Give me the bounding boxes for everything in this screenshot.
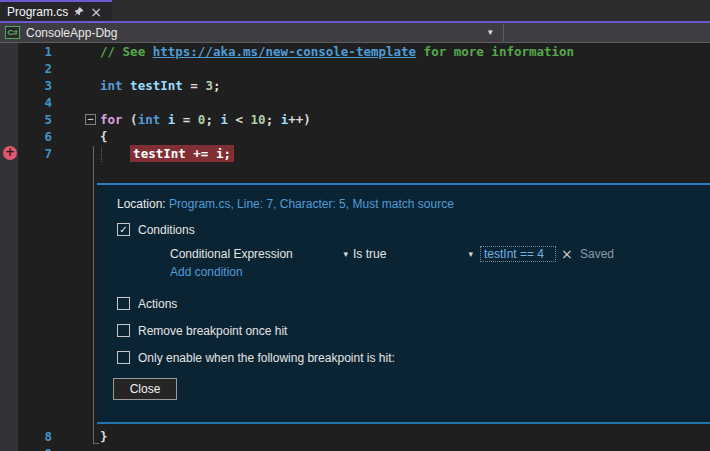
tab-title: Program.cs xyxy=(7,5,68,19)
code-editor[interactable]: 1// See https://aka.ms/new-console-templ… xyxy=(0,43,710,451)
conditions-row: ✓ Conditions xyxy=(117,222,195,237)
code-line-7[interactable]: 7+ testInt += i; xyxy=(0,145,710,162)
conditions-checkbox[interactable]: ✓ xyxy=(117,223,130,236)
chevron-down-icon: ▾ xyxy=(468,246,473,263)
config-label: ConsoleApp-Dbg xyxy=(26,26,117,40)
condition-type-dropdown[interactable]: Conditional Expression ▾ xyxy=(170,246,348,263)
condition-operator-value: Is true xyxy=(353,246,386,263)
document-tab-strip: Program.cs × xyxy=(0,0,710,21)
csharp-project-icon: C# xyxy=(5,26,20,39)
breakpoint-location: Location: Program.cs, Line: 7, Character… xyxy=(117,197,454,211)
condition-saved-status: Saved xyxy=(580,246,614,263)
line-number: 7 xyxy=(18,145,52,162)
secondary-dropdown[interactable] xyxy=(504,23,710,42)
actions-row: Actions xyxy=(117,296,177,311)
line-number: 3 xyxy=(18,77,52,94)
debug-toolbar: C# ConsoleApp-Dbg ▾ xyxy=(0,21,710,43)
solution-config-dropdown[interactable]: C# ConsoleApp-Dbg xyxy=(0,23,503,42)
collapse-region-icon[interactable]: − xyxy=(85,114,96,125)
code-text: { xyxy=(100,128,108,145)
tab-program-cs[interactable]: Program.cs × xyxy=(0,0,112,21)
code-line-8[interactable]: 8} xyxy=(0,428,710,445)
conditions-label: Conditions xyxy=(138,223,195,237)
only-enable-row: Only enable when the following breakpoin… xyxy=(117,350,395,365)
code-line-4[interactable]: 4 xyxy=(0,94,710,111)
chevron-down-icon[interactable]: ▾ xyxy=(488,27,493,37)
code-line-1[interactable]: 1// See https://aka.ms/new-console-templ… xyxy=(0,43,710,60)
line-number: 8 xyxy=(18,428,52,445)
code-line-3[interactable]: 3int testInt = 3; xyxy=(0,77,710,94)
remove-once-checkbox[interactable] xyxy=(117,324,130,337)
only-enable-label: Only enable when the following breakpoin… xyxy=(138,351,395,365)
actions-checkbox[interactable] xyxy=(117,297,130,310)
code-text: testInt += i; xyxy=(100,145,234,162)
remove-once-label: Remove breakpoint once hit xyxy=(138,324,287,338)
location-label: Location: xyxy=(117,197,166,211)
close-button[interactable]: Close xyxy=(113,378,177,400)
line-number: 4 xyxy=(18,94,52,111)
condition-row: Conditional Expression ▾ Is true ▾ × Sav… xyxy=(97,246,710,263)
code-line-9[interactable]: 9 xyxy=(0,445,710,451)
code-text: for (int i = 0; i < 10; i++) xyxy=(100,111,311,128)
conditional-breakpoint-icon[interactable]: + xyxy=(3,146,17,160)
remove-once-row: Remove breakpoint once hit xyxy=(117,323,287,338)
actions-label: Actions xyxy=(138,297,177,311)
remove-condition-icon[interactable]: × xyxy=(561,246,573,263)
code-text: } xyxy=(100,428,108,445)
brace-structure-guide xyxy=(93,146,94,443)
add-condition-link[interactable]: Add condition xyxy=(170,265,243,279)
code-line-2[interactable]: 2 xyxy=(0,60,710,77)
condition-operator-dropdown[interactable]: Is true ▾ xyxy=(353,246,473,263)
close-icon[interactable]: × xyxy=(90,5,102,19)
condition-type-value: Conditional Expression xyxy=(170,246,293,263)
only-enable-checkbox[interactable] xyxy=(117,351,130,364)
vs-editor-window: Program.cs × C# ConsoleApp-Dbg ▾ 1// See… xyxy=(0,0,710,451)
code-line-6[interactable]: 6{ xyxy=(0,128,710,145)
line-number: 1 xyxy=(18,43,52,60)
breakpoint-settings-panel: Location: Program.cs, Line: 7, Character… xyxy=(97,183,710,424)
pin-icon[interactable] xyxy=(74,6,84,17)
code-text: int testInt = 3; xyxy=(100,77,220,94)
line-number: 5 xyxy=(18,111,52,128)
location-value: Program.cs, Line: 7, Character: 5, Must … xyxy=(169,197,454,211)
code-text: // See https://aka.ms/new-console-templa… xyxy=(100,43,574,60)
code-line-5[interactable]: 5−for (int i = 0; i < 10; i++) xyxy=(0,111,710,128)
chevron-down-icon: ▾ xyxy=(343,246,348,263)
line-number: 9 xyxy=(18,445,52,451)
line-number: 2 xyxy=(18,60,52,77)
condition-expression-input[interactable] xyxy=(480,246,556,262)
line-number: 6 xyxy=(18,128,52,145)
